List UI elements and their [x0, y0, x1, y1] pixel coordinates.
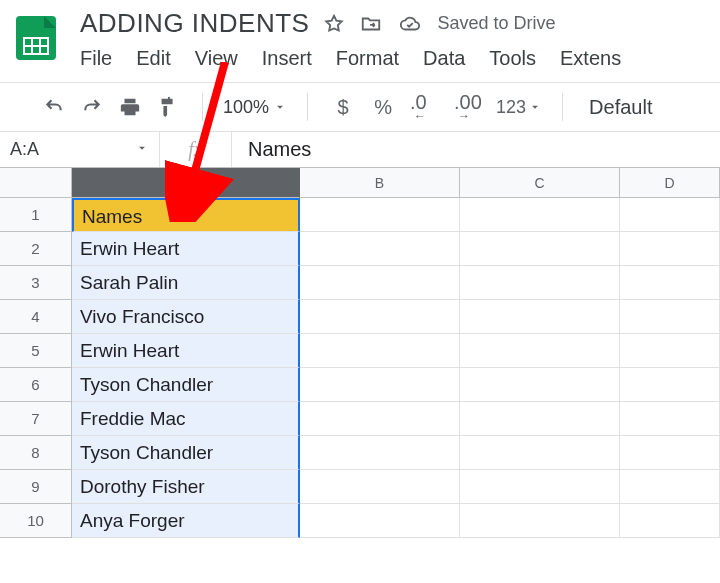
row-header[interactable]: 5	[0, 334, 72, 368]
cell[interactable]	[620, 436, 720, 470]
cell[interactable]	[620, 504, 720, 538]
increase-decimal-button[interactable]: .00 →	[452, 93, 486, 121]
column-header-d[interactable]: D	[620, 168, 720, 198]
select-all-corner[interactable]	[0, 168, 72, 198]
redo-icon[interactable]	[78, 93, 106, 121]
cell[interactable]	[460, 300, 620, 334]
cell[interactable]	[620, 232, 720, 266]
cell[interactable]	[300, 402, 460, 436]
decrease-decimal-button[interactable]: .0 ←	[408, 93, 442, 121]
menu-bar: File Edit View Insert Format Data Tools …	[80, 47, 708, 70]
name-box-value: A:A	[10, 139, 39, 160]
cell[interactable]	[300, 368, 460, 402]
cell-a7[interactable]: Freddie Mac	[72, 402, 300, 436]
cell[interactable]	[460, 368, 620, 402]
cell[interactable]	[620, 470, 720, 504]
zoom-value: 100%	[223, 97, 269, 118]
cell[interactable]	[460, 266, 620, 300]
spreadsheet-grid: A B C D 1 Names 2 Erwin Heart 3 Sarah Pa…	[0, 167, 720, 538]
row-header[interactable]: 3	[0, 266, 72, 300]
menu-view[interactable]: View	[195, 47, 238, 70]
formula-bar[interactable]: Names	[232, 132, 720, 167]
saved-status: Saved to Drive	[437, 13, 555, 34]
cell[interactable]	[460, 470, 620, 504]
column-header-b[interactable]: B	[300, 168, 460, 198]
menu-edit[interactable]: Edit	[136, 47, 170, 70]
cell[interactable]	[460, 232, 620, 266]
cell[interactable]	[620, 334, 720, 368]
cell[interactable]	[620, 368, 720, 402]
cell-a5[interactable]: Erwin Heart	[72, 334, 300, 368]
row-header[interactable]: 6	[0, 368, 72, 402]
cell[interactable]	[620, 402, 720, 436]
arrow-right-icon: →	[458, 109, 470, 123]
menu-format[interactable]: Format	[336, 47, 399, 70]
number-format-dropdown[interactable]: 123	[496, 97, 542, 118]
chevron-down-icon	[135, 139, 149, 160]
menu-insert[interactable]: Insert	[262, 47, 312, 70]
column-header-c[interactable]: C	[460, 168, 620, 198]
chevron-down-icon	[273, 100, 287, 114]
cell-a6[interactable]: Tyson Chandler	[72, 368, 300, 402]
menu-data[interactable]: Data	[423, 47, 465, 70]
row-header[interactable]: 1	[0, 198, 72, 232]
doc-title[interactable]: ADDING INDENTS	[80, 8, 309, 39]
cell[interactable]	[300, 470, 460, 504]
cell-a4[interactable]: Vivo Francisco	[72, 300, 300, 334]
column-header-a[interactable]: A	[72, 168, 300, 198]
cell-a8[interactable]: Tyson Chandler	[72, 436, 300, 470]
row-header[interactable]: 9	[0, 470, 72, 504]
move-folder-icon[interactable]	[359, 13, 383, 35]
app-logo[interactable]	[12, 14, 60, 62]
cell[interactable]	[300, 266, 460, 300]
row-header[interactable]: 7	[0, 402, 72, 436]
cell[interactable]	[300, 436, 460, 470]
zoom-dropdown[interactable]: 100%	[223, 97, 287, 118]
menu-tools[interactable]: Tools	[489, 47, 536, 70]
print-icon[interactable]	[116, 93, 144, 121]
menu-file[interactable]: File	[80, 47, 112, 70]
cell[interactable]	[620, 300, 720, 334]
chevron-down-icon	[528, 100, 542, 114]
arrow-left-icon: ←	[414, 109, 426, 123]
cell[interactable]	[620, 266, 720, 300]
star-icon[interactable]	[323, 13, 345, 35]
paint-format-icon[interactable]	[154, 93, 182, 121]
font-family-dropdown[interactable]: Default	[589, 96, 652, 119]
cell[interactable]	[300, 334, 460, 368]
cell-a3[interactable]: Sarah Palin	[72, 266, 300, 300]
cell-a9[interactable]: Dorothy Fisher	[72, 470, 300, 504]
cell-a2[interactable]: Erwin Heart	[72, 232, 300, 266]
undo-icon[interactable]	[40, 93, 68, 121]
percent-button[interactable]: %	[368, 96, 398, 119]
cell-a1[interactable]: Names	[72, 198, 300, 232]
row-header[interactable]: 10	[0, 504, 72, 538]
cell[interactable]	[300, 198, 460, 232]
cell[interactable]	[460, 334, 620, 368]
cell[interactable]	[300, 300, 460, 334]
row-header[interactable]: 2	[0, 232, 72, 266]
name-box[interactable]: A:A	[0, 132, 160, 167]
cell[interactable]	[460, 402, 620, 436]
cell[interactable]	[460, 436, 620, 470]
row-header[interactable]: 8	[0, 436, 72, 470]
cell[interactable]	[460, 198, 620, 232]
cell[interactable]	[300, 232, 460, 266]
cell-a10[interactable]: Anya Forger	[72, 504, 300, 538]
cloud-saved-icon	[397, 13, 423, 35]
menu-extensions[interactable]: Extens	[560, 47, 621, 70]
toolbar: 100% $ % .0 ← .00 → 123 Default	[0, 82, 720, 131]
row-header[interactable]: 4	[0, 300, 72, 334]
cell[interactable]	[620, 198, 720, 232]
fx-icon[interactable]: fx	[160, 132, 232, 167]
cell[interactable]	[460, 504, 620, 538]
currency-button[interactable]: $	[328, 96, 358, 119]
cell[interactable]	[300, 504, 460, 538]
formula-value: Names	[248, 138, 311, 161]
